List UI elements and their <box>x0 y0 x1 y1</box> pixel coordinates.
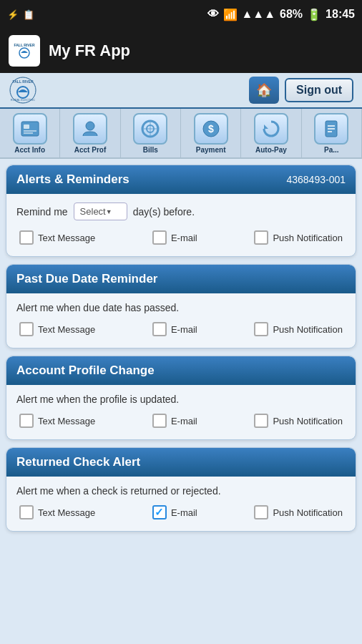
account-profile-description: Alert me when the profile is updated. <box>16 394 346 405</box>
acct-info-icon-box <box>13 113 47 145</box>
returned-check-card: Returned Check Alert Alert me when a che… <box>6 447 356 532</box>
past-due-email-checkbox[interactable] <box>152 322 167 336</box>
nav-bar: FALL RIVER RURAL ELECTRIC 🏠 Sign out <box>0 73 362 109</box>
nav-pa[interactable]: Pa... <box>302 109 362 158</box>
bills-label: Bills <box>143 146 158 154</box>
alerts-body: Remind me Select ▼ day(s) before. Text M… <box>6 194 356 256</box>
past-due-title: Past Due Date Reminder <box>16 272 157 286</box>
past-due-description: Alert me when due date has passed. <box>16 302 346 313</box>
alerts-email-checkbox[interactable] <box>152 230 167 245</box>
account-profile-push-checkbox[interactable] <box>254 414 268 428</box>
past-due-text-message-item: Text Message <box>19 322 95 336</box>
battery-icon: 🔋 <box>307 8 321 21</box>
nav-acct-prof[interactable]: Acct Prof <box>60 109 120 158</box>
account-profile-text-message-label: Text Message <box>38 416 95 426</box>
acct-info-label: Acct Info <box>14 146 45 154</box>
account-profile-body: Alert me when the profile is updated. Te… <box>6 385 356 439</box>
days-select[interactable]: Select ▼ <box>74 203 127 220</box>
alerts-reminders-card: Alerts & Reminders 4368493-001 Remind me… <box>6 165 356 257</box>
svg-text:RURAL ELECTRIC: RURAL ELECTRIC <box>11 98 35 102</box>
payment-icon-box: $ <box>194 113 228 145</box>
alerts-account-id: 4368493-001 <box>286 174 346 185</box>
returned-check-email-label: E-mail <box>171 507 197 518</box>
past-due-push-item: Push Notification <box>254 322 343 336</box>
nav-bills[interactable]: Bills <box>121 109 181 158</box>
returned-check-text-message-item: Text Message <box>19 505 95 519</box>
alerts-push-label: Push Notification <box>273 233 343 243</box>
past-due-body: Alert me when due date has passed. Text … <box>6 293 356 348</box>
sim-icon: 📋 <box>23 9 34 20</box>
svg-text:FALL RIVER: FALL RIVER <box>12 79 33 84</box>
account-profile-email-label: E-mail <box>171 416 197 426</box>
remind-me-row: Remind me Select ▼ day(s) before. <box>16 203 346 220</box>
past-due-push-checkbox[interactable] <box>254 322 268 336</box>
app-logo: FALL RIVER <box>9 35 40 67</box>
auto-pay-label: Auto-Pay <box>255 146 287 154</box>
returned-check-checkbox-row: Text Message ✓ E-mail Push Notification <box>16 505 346 519</box>
past-due-checkbox-row: Text Message E-mail Push Notification <box>16 322 346 336</box>
alerts-push-checkbox[interactable] <box>254 230 268 245</box>
account-profile-push-label: Push Notification <box>273 416 343 426</box>
returned-check-push-item: Push Notification <box>254 505 343 519</box>
past-due-header: Past Due Date Reminder <box>6 265 356 293</box>
alerts-text-message-item: Text Message <box>19 230 95 245</box>
signout-button[interactable]: Sign out <box>285 78 353 102</box>
account-profile-email-item: E-mail <box>152 414 197 428</box>
svg-marker-18 <box>264 125 268 129</box>
returned-check-text-message-label: Text Message <box>38 507 95 518</box>
account-profile-header: Account Profile Change <box>6 356 356 385</box>
select-label: Select <box>80 206 106 217</box>
past-due-email-item: E-mail <box>152 322 197 336</box>
past-due-card: Past Due Date Reminder Alert me when due… <box>6 264 356 348</box>
returned-check-header: Returned Check Alert <box>6 448 356 477</box>
battery-level: 68% <box>280 8 303 21</box>
select-arrow-icon: ▼ <box>106 208 112 215</box>
status-icons-right: 👁 📶 ▲▲▲ 68% 🔋 18:45 <box>207 8 355 21</box>
returned-check-email-item: ✓ E-mail <box>152 505 197 519</box>
past-due-email-label: E-mail <box>171 324 197 335</box>
alerts-email-label: E-mail <box>171 233 197 243</box>
returned-check-body: Alert me when a check is returned or rej… <box>6 477 356 531</box>
account-profile-text-message-item: Text Message <box>19 414 95 428</box>
pa-icon-box <box>314 113 348 145</box>
signal-icon: ▲▲▲ <box>242 8 276 21</box>
account-profile-text-message-checkbox[interactable] <box>19 414 34 428</box>
checkmark-icon: ✓ <box>155 506 164 519</box>
alerts-header: Alerts & Reminders 4368493-001 <box>6 165 356 194</box>
account-profile-title: Account Profile Change <box>16 364 155 378</box>
nav-acct-info[interactable]: Acct Info <box>0 109 60 158</box>
home-icon: 🏠 <box>256 82 272 98</box>
alerts-push-item: Push Notification <box>254 230 343 245</box>
nav-payment[interactable]: $ Payment <box>181 109 241 158</box>
returned-check-title: Returned Check Alert <box>16 455 140 469</box>
past-due-push-label: Push Notification <box>273 324 343 335</box>
svg-text:FALL RIVER: FALL RIVER <box>14 43 34 47</box>
account-profile-email-checkbox[interactable] <box>152 414 167 428</box>
returned-check-push-checkbox[interactable] <box>254 505 268 519</box>
clock: 18:45 <box>326 8 355 21</box>
wifi-icon: 📶 <box>223 8 238 21</box>
account-profile-checkbox-row: Text Message E-mail Push Notification <box>16 414 346 428</box>
usb-icon: ⚡ <box>7 9 19 20</box>
returned-check-text-message-checkbox[interactable] <box>19 505 34 519</box>
nav-actions: 🏠 Sign out <box>249 77 353 104</box>
bills-icon-box <box>133 113 167 145</box>
content-area: Alerts & Reminders 4368493-001 Remind me… <box>0 159 362 644</box>
alerts-text-message-label: Text Message <box>38 233 95 243</box>
home-button[interactable]: 🏠 <box>249 77 279 104</box>
past-due-text-message-checkbox[interactable] <box>19 322 34 336</box>
app-header: FALL RIVER My FR App <box>0 29 362 73</box>
past-due-text-message-label: Text Message <box>38 324 95 335</box>
acct-prof-label: Acct Prof <box>74 146 106 154</box>
status-icons-left: ⚡ 📋 <box>7 9 34 20</box>
svg-point-11 <box>86 122 94 130</box>
returned-check-email-checkbox[interactable]: ✓ <box>152 505 167 519</box>
alerts-text-message-checkbox[interactable] <box>19 230 34 245</box>
alerts-title: Alerts & Reminders <box>16 172 129 187</box>
account-profile-push-item: Push Notification <box>254 414 343 428</box>
nav-auto-pay[interactable]: Auto-Pay <box>241 109 301 158</box>
eye-icon: 👁 <box>207 8 219 21</box>
svg-rect-8 <box>24 125 29 129</box>
app-title: My FR App <box>49 42 130 60</box>
account-profile-card: Account Profile Change Alert me when the… <box>6 356 356 440</box>
